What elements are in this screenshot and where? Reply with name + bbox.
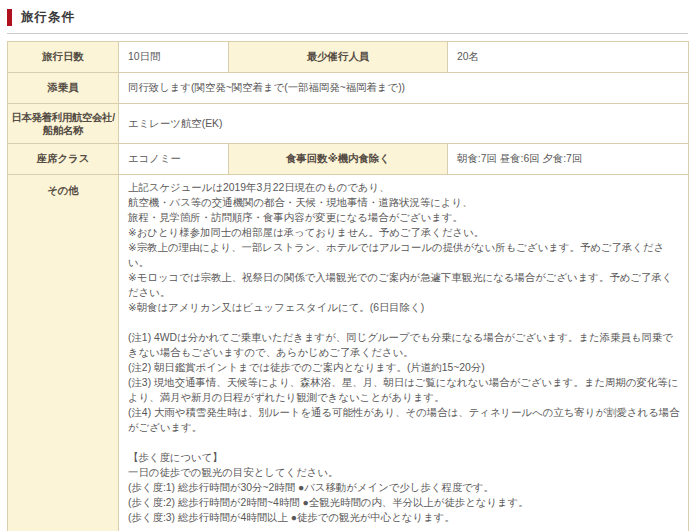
- other-value: 上記スケジュールは2019年3月22日現在のものであり、 航空機・バス等の交通機…: [119, 175, 689, 531]
- section-header: 旅行条件: [0, 0, 695, 26]
- seat-class-label: 座席クラス: [8, 144, 119, 175]
- table-row: 座席クラス エコノミー 食事回数※機内食除く 朝食:7回 昼食:6回 夕食:7回: [8, 144, 689, 175]
- airline-label: 日本発着利用航空会社/ 船舶名称: [8, 104, 119, 144]
- table-row: 添乗員 同行致します(関空発~関空着まで(一部福岡発~福岡着まで)): [8, 73, 689, 104]
- travel-conditions-table: 旅行日数 10日間 最少催行人員 20名 添乗員 同行致します(関空発~関空着ま…: [7, 41, 689, 531]
- travel-days-label: 旅行日数: [8, 42, 119, 73]
- table-row: その他 上記スケジュールは2019年3月22日現在のものであり、 航空機・バス等…: [8, 175, 689, 531]
- meals-label: 食事回数※機内食除く: [229, 144, 448, 175]
- title-accent-bar: [7, 9, 12, 26]
- meals-value: 朝食:7回 昼食:6回 夕食:7回: [448, 144, 689, 175]
- travel-conditions-page: 旅行条件 旅行日数 10日間 最少催行人員 20名 添乗員 同行致します(関空発…: [0, 0, 695, 531]
- table-row: 旅行日数 10日間 最少催行人員 20名: [8, 42, 689, 73]
- page-title: 旅行条件: [21, 9, 75, 26]
- tour-conductor-value: 同行致します(関空発~関空着まで(一部福岡発~福岡着まで)): [119, 73, 689, 104]
- travel-days-value: 10日間: [119, 42, 229, 73]
- seat-class-value: エコノミー: [119, 144, 229, 175]
- table-row: 日本発着利用航空会社/ 船舶名称 エミレーツ航空(EK): [8, 104, 689, 144]
- airline-value: エミレーツ航空(EK): [119, 104, 689, 144]
- min-participants-label: 最少催行人員: [229, 42, 448, 73]
- min-participants-value: 20名: [448, 42, 689, 73]
- tour-conductor-label: 添乗員: [8, 73, 119, 104]
- other-label: その他: [8, 175, 119, 531]
- header-divider: [7, 33, 688, 34]
